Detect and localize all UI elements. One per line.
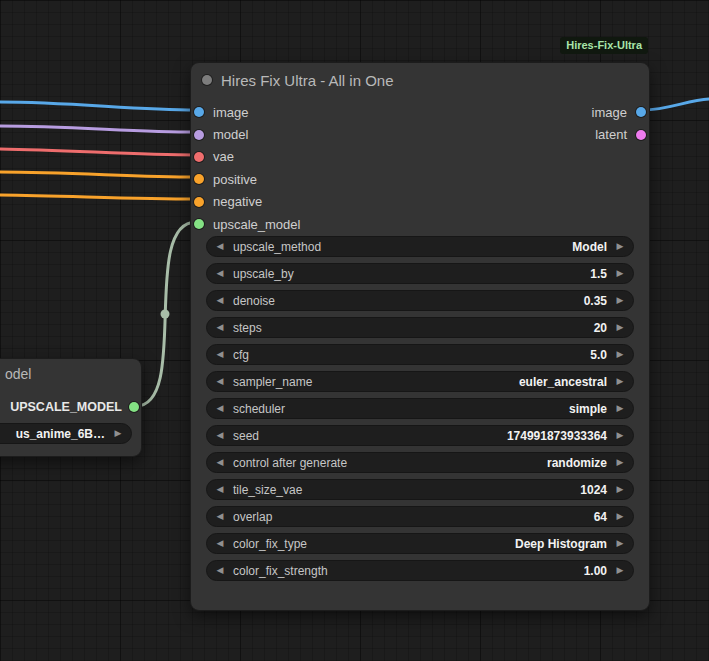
increment-arrow-icon[interactable]: ▶ [615,317,625,338]
widget-row[interactable]: ◀ scheduler simple ▶ [206,398,634,419]
widget-row[interactable]: ◀ sampler_name euler_ancestral ▶ [206,371,634,392]
widget-row[interactable]: ◀ color_fix_strength 1.00 ▶ [206,560,634,581]
wire-negative-input [0,195,196,199]
input-port[interactable] [194,152,204,162]
wire-vae-input [0,149,196,155]
decrement-arrow-icon[interactable]: ◀ [215,425,225,446]
decrement-arrow-icon[interactable]: ◀ [215,533,225,554]
increment-arrow-icon[interactable]: ▶ [615,452,625,473]
output-slot-label: UPSCALE_MODEL [10,400,122,414]
input-port[interactable] [194,130,204,140]
widget-row[interactable]: us_anime_6B… ▶ [0,423,132,444]
node-load-upscale-model[interactable]: odel UPSCALE_MODEL us_anime_6B… ▶ [0,358,142,457]
widget-value: 1.00 [584,564,607,578]
widget-value: 20 [594,321,607,335]
decrement-arrow-icon[interactable]: ◀ [215,290,225,311]
input-slot-label: positive [213,172,257,187]
node-title: odel [5,366,31,382]
widget-row[interactable]: ◀ cfg 5.0 ▶ [206,344,634,365]
decrement-arrow-icon[interactable]: ◀ [215,479,225,500]
node-hires-fix-ultra[interactable]: Hires Fix Ultra - All in One image model… [190,62,650,611]
node-title: Hires Fix Ultra - All in One [221,72,394,89]
increment-arrow-icon[interactable]: ▶ [615,560,625,581]
decrement-arrow-icon[interactable]: ◀ [215,344,225,365]
widget-value: Deep Histogram [515,537,607,551]
increment-arrow-icon[interactable]: ▶ [615,533,625,554]
widget-row[interactable]: ◀ control after generate randomize ▶ [206,452,634,473]
widget-value: 174991873933364 [507,429,607,443]
increment-arrow-icon[interactable]: ▶ [615,344,625,365]
decrement-arrow-icon[interactable]: ◀ [215,452,225,473]
increment-arrow-icon[interactable]: ▶ [615,479,625,500]
output-slot: image [443,101,649,123]
widget-row[interactable]: ◀ overlap 64 ▶ [206,506,634,527]
widget-value: simple [569,402,607,416]
output-slot: latent [443,123,649,145]
widget-label: steps [233,321,262,335]
link-midpoint-dot[interactable] [161,310,170,319]
output-slot-label: latent [595,127,627,142]
input-slot: positive [191,168,443,190]
node-badge: Hires-Fix-Ultra [560,37,648,54]
decrement-arrow-icon[interactable]: ◀ [215,236,225,257]
widget-row[interactable]: ◀ upscale_method Model ▶ [206,236,634,257]
input-port[interactable] [194,174,204,184]
output-slots: image latent [443,101,649,146]
graph-canvas[interactable]: odel UPSCALE_MODEL us_anime_6B… ▶ Hires … [0,0,709,661]
widget-label: tile_size_vae [233,483,302,497]
increment-arrow-icon[interactable]: ▶ [615,371,625,392]
input-slot: negative [191,191,443,213]
widget-label: overlap [233,510,272,524]
decrement-arrow-icon[interactable]: ◀ [215,371,225,392]
increment-arrow-icon[interactable]: ▶ [113,423,123,444]
widget-label: sampler_name [233,375,312,389]
widget-value: Model [572,240,607,254]
widget-label: scheduler [233,402,285,416]
widget-value: 1.5 [590,267,607,281]
wire-positive-input [0,172,196,177]
input-port[interactable] [194,219,204,229]
increment-arrow-icon[interactable]: ▶ [615,290,625,311]
increment-arrow-icon[interactable]: ▶ [615,425,625,446]
widget-label: color_fix_strength [233,564,328,578]
increment-arrow-icon[interactable]: ▶ [615,506,625,527]
input-slot-label: vae [213,149,234,164]
output-port[interactable] [129,402,139,412]
widget-label: upscale_method [233,240,321,254]
widget-row[interactable]: ◀ tile_size_vae 1024 ▶ [206,479,634,500]
widget-value: 5.0 [590,348,607,362]
node-header[interactable]: Hires Fix Ultra - All in One [191,63,649,97]
widget-row[interactable]: ◀ color_fix_type Deep Histogram ▶ [206,533,634,554]
increment-arrow-icon[interactable]: ▶ [615,398,625,419]
decrement-arrow-icon[interactable]: ◀ [215,560,225,581]
widget-value: randomize [547,456,607,470]
widget-label: denoise [233,294,275,308]
input-slot-label: model [213,127,248,142]
wire-model-input [0,126,196,132]
widget-value: euler_ancestral [519,375,607,389]
output-port[interactable] [636,107,646,117]
decrement-arrow-icon[interactable]: ◀ [215,263,225,284]
widget-label: cfg [233,348,249,362]
widget-row[interactable]: ◀ upscale_by 1.5 ▶ [206,263,634,284]
increment-arrow-icon[interactable]: ▶ [615,236,625,257]
input-slot: model [191,123,443,145]
decrement-arrow-icon[interactable]: ◀ [215,506,225,527]
collapse-dot-icon[interactable] [202,75,212,85]
decrement-arrow-icon[interactable]: ◀ [215,317,225,338]
output-slot: UPSCALE_MODEL [10,397,139,417]
wire-image-output [643,99,709,110]
increment-arrow-icon[interactable]: ▶ [615,263,625,284]
input-port[interactable] [194,197,204,207]
output-slot-label: image [592,105,627,120]
input-slot: vae [191,146,443,168]
widget-row[interactable]: ◀ denoise 0.35 ▶ [206,290,634,311]
widget-row[interactable]: ◀ seed 174991873933364 ▶ [206,425,634,446]
widget-label: color_fix_type [233,537,307,551]
input-port[interactable] [194,107,204,117]
widget-row[interactable]: ◀ steps 20 ▶ [206,317,634,338]
decrement-arrow-icon[interactable]: ◀ [215,398,225,419]
input-slot: image [191,101,443,123]
output-port[interactable] [636,130,646,140]
input-slot-label: upscale_model [213,217,300,232]
